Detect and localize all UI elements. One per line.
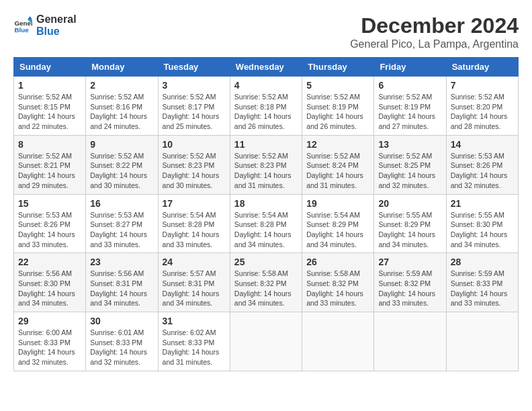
logo-general: General	[36, 13, 77, 26]
sunset-text: Sunset: 8:31 PM	[163, 279, 226, 289]
day-number: 7	[451, 80, 514, 91]
calendar-cell: 18 Sunrise: 5:54 AM Sunset: 8:28 PM Dayl…	[230, 194, 302, 253]
calendar-cell: 20 Sunrise: 5:55 AM Sunset: 8:29 PM Dayl…	[374, 194, 446, 253]
day-number: 21	[451, 198, 514, 209]
calendar-cell: 23 Sunrise: 5:56 AM Sunset: 8:31 PM Dayl…	[86, 253, 158, 312]
sunset-text: Sunset: 8:22 PM	[90, 161, 153, 171]
sunset-text: Sunset: 8:30 PM	[18, 279, 81, 289]
title-section: December 2024 General Pico, La Pampa, Ar…	[350, 13, 519, 50]
sunrise-text: Sunrise: 5:52 AM	[378, 92, 441, 102]
sunrise-text: Sunrise: 5:52 AM	[90, 151, 153, 161]
calendar-cell: 17 Sunrise: 5:54 AM Sunset: 8:28 PM Dayl…	[158, 194, 230, 253]
daylight-text: Daylight: 14 hours and 32 minutes.	[18, 347, 81, 367]
calendar-week-3: 15 Sunrise: 5:53 AM Sunset: 8:26 PM Dayl…	[14, 194, 519, 253]
sunrise-text: Sunrise: 5:52 AM	[378, 151, 441, 161]
sunrise-text: Sunrise: 5:53 AM	[451, 151, 514, 161]
sunset-text: Sunset: 8:16 PM	[90, 102, 153, 112]
day-info: Sunrise: 5:53 AM Sunset: 8:26 PM Dayligh…	[451, 151, 514, 191]
daylight-text: Daylight: 14 hours and 30 minutes.	[163, 171, 226, 190]
calendar-cell: 12 Sunrise: 5:52 AM Sunset: 8:24 PM Dayl…	[302, 135, 374, 194]
day-info: Sunrise: 5:53 AM Sunset: 8:26 PM Dayligh…	[18, 210, 81, 250]
daylight-text: Daylight: 14 hours and 34 minutes.	[378, 230, 441, 249]
calendar-cell	[230, 312, 302, 371]
day-number: 18	[234, 198, 298, 209]
calendar-cell: 4 Sunrise: 5:52 AM Sunset: 8:18 PM Dayli…	[230, 77, 302, 136]
sunrise-text: Sunrise: 5:58 AM	[234, 269, 298, 279]
day-info: Sunrise: 5:52 AM Sunset: 8:19 PM Dayligh…	[306, 92, 369, 132]
sunset-text: Sunset: 8:15 PM	[18, 102, 81, 112]
day-info: Sunrise: 5:52 AM Sunset: 8:16 PM Dayligh…	[90, 92, 153, 132]
calendar-cell: 11 Sunrise: 5:52 AM Sunset: 8:23 PM Dayl…	[230, 135, 302, 194]
svg-marker-2	[28, 16, 32, 20]
calendar-cell: 5 Sunrise: 5:52 AM Sunset: 8:19 PM Dayli…	[302, 77, 374, 136]
day-number: 17	[163, 198, 226, 209]
calendar-cell: 2 Sunrise: 5:52 AM Sunset: 8:16 PM Dayli…	[86, 77, 158, 136]
daylight-text: Daylight: 14 hours and 32 minutes.	[451, 171, 514, 190]
day-number: 27	[378, 257, 441, 267]
calendar-cell: 14 Sunrise: 5:53 AM Sunset: 8:26 PM Dayl…	[446, 135, 518, 194]
daylight-text: Daylight: 14 hours and 27 minutes.	[378, 111, 441, 131]
day-info: Sunrise: 5:58 AM Sunset: 8:32 PM Dayligh…	[306, 269, 369, 308]
column-header-sunday: Sunday	[14, 58, 86, 77]
sunset-text: Sunset: 8:31 PM	[90, 279, 153, 289]
day-number: 15	[18, 198, 81, 209]
daylight-text: Daylight: 14 hours and 31 minutes.	[163, 347, 226, 367]
day-number: 24	[163, 257, 226, 267]
calendar-cell: 25 Sunrise: 5:58 AM Sunset: 8:32 PM Dayl…	[230, 253, 302, 312]
daylight-text: Daylight: 14 hours and 34 minutes.	[451, 230, 514, 249]
daylight-text: Daylight: 14 hours and 31 minutes.	[234, 171, 298, 190]
day-number: 19	[306, 198, 369, 209]
day-number: 8	[18, 139, 81, 150]
sunrise-text: Sunrise: 5:59 AM	[451, 269, 514, 279]
daylight-text: Daylight: 14 hours and 24 minutes.	[90, 111, 153, 131]
calendar-cell	[374, 312, 446, 371]
sunset-text: Sunset: 8:26 PM	[18, 220, 81, 230]
day-number: 3	[163, 80, 226, 91]
sunset-text: Sunset: 8:30 PM	[451, 220, 514, 230]
sunrise-text: Sunrise: 5:52 AM	[234, 92, 298, 102]
calendar-cell: 3 Sunrise: 5:52 AM Sunset: 8:17 PM Dayli…	[158, 77, 230, 136]
day-number: 6	[378, 80, 441, 91]
sunset-text: Sunset: 8:24 PM	[306, 161, 369, 171]
logo-icon: General Blue	[13, 16, 32, 35]
sunrise-text: Sunrise: 5:58 AM	[306, 269, 369, 279]
sunrise-text: Sunrise: 5:53 AM	[18, 210, 81, 220]
day-number: 29	[18, 316, 81, 326]
header-row: SundayMondayTuesdayWednesdayThursdayFrid…	[14, 58, 519, 77]
sunset-text: Sunset: 8:28 PM	[234, 220, 298, 230]
day-info: Sunrise: 5:55 AM Sunset: 8:29 PM Dayligh…	[378, 210, 441, 250]
sunset-text: Sunset: 8:18 PM	[234, 102, 298, 112]
sunset-text: Sunset: 8:32 PM	[378, 279, 441, 289]
day-info: Sunrise: 5:54 AM Sunset: 8:28 PM Dayligh…	[234, 210, 298, 250]
sunrise-text: Sunrise: 5:53 AM	[90, 210, 153, 220]
daylight-text: Daylight: 14 hours and 28 minutes.	[451, 111, 514, 131]
day-number: 23	[90, 257, 153, 267]
page-container: General Blue General Blue December 2024 …	[13, 13, 519, 371]
sunrise-text: Sunrise: 5:52 AM	[451, 92, 514, 102]
day-number: 16	[90, 198, 153, 209]
sunrise-text: Sunrise: 5:54 AM	[163, 210, 226, 220]
sunset-text: Sunset: 8:19 PM	[306, 102, 369, 112]
day-number: 31	[163, 316, 226, 326]
sunrise-text: Sunrise: 5:55 AM	[451, 210, 514, 220]
day-info: Sunrise: 5:52 AM Sunset: 8:25 PM Dayligh…	[378, 151, 441, 191]
daylight-text: Daylight: 14 hours and 31 minutes.	[306, 171, 369, 190]
day-info: Sunrise: 5:52 AM Sunset: 8:20 PM Dayligh…	[451, 92, 514, 132]
calendar-cell: 26 Sunrise: 5:58 AM Sunset: 8:32 PM Dayl…	[302, 253, 374, 312]
daylight-text: Daylight: 14 hours and 34 minutes.	[306, 230, 369, 249]
calendar-cell	[302, 312, 374, 371]
day-number: 22	[18, 257, 81, 267]
logo: General Blue General Blue	[13, 13, 77, 37]
sunset-text: Sunset: 8:32 PM	[234, 279, 298, 289]
day-info: Sunrise: 6:01 AM Sunset: 8:33 PM Dayligh…	[90, 328, 153, 367]
day-info: Sunrise: 5:52 AM Sunset: 8:19 PM Dayligh…	[378, 92, 441, 132]
calendar-cell: 6 Sunrise: 5:52 AM Sunset: 8:19 PM Dayli…	[374, 77, 446, 136]
day-info: Sunrise: 5:52 AM Sunset: 8:18 PM Dayligh…	[234, 92, 298, 132]
sunrise-text: Sunrise: 6:01 AM	[90, 328, 153, 338]
day-info: Sunrise: 5:52 AM Sunset: 8:21 PM Dayligh…	[18, 151, 81, 191]
day-number: 1	[18, 80, 81, 91]
day-info: Sunrise: 5:55 AM Sunset: 8:30 PM Dayligh…	[451, 210, 514, 250]
calendar-cell: 1 Sunrise: 5:52 AM Sunset: 8:15 PM Dayli…	[14, 77, 86, 136]
sunset-text: Sunset: 8:27 PM	[90, 220, 153, 230]
day-number: 30	[90, 316, 153, 326]
